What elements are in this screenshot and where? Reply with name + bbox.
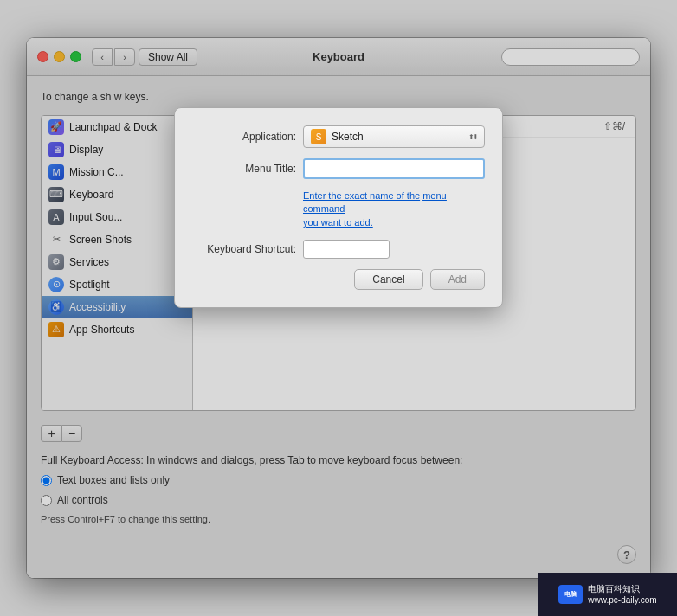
- hint-menu-link: menu: [422, 190, 447, 201]
- hint-text1: Enter the exact name of the: [303, 190, 420, 201]
- menu-title-input[interactable]: [303, 158, 485, 179]
- modal-overlay: Application: S Sketch ⬆⬇ Menu Title: Ent…: [27, 38, 650, 578]
- hint-text2: command: [303, 203, 345, 214]
- select-arrow-icon: ⬆⬇: [468, 133, 477, 141]
- application-label: Application:: [192, 131, 296, 143]
- modal-buttons: Cancel Add: [192, 269, 485, 290]
- keyboard-shortcut-label: Keyboard Shortcut:: [192, 243, 296, 255]
- modal-hint: Enter the exact name of the menu command…: [303, 189, 485, 229]
- keyboard-shortcut-row: Keyboard Shortcut:: [192, 240, 485, 259]
- watermark-logo: 电脑: [558, 585, 583, 604]
- application-value: Sketch: [332, 131, 364, 143]
- keyboard-shortcut-input[interactable]: [303, 240, 390, 259]
- application-row: Application: S Sketch ⬆⬇: [192, 125, 485, 148]
- watermark: 电脑 电脑百科知识 www.pc-daily.com: [538, 573, 677, 616]
- sketch-app-icon: S: [311, 129, 326, 144]
- hint-text3: you want to add.: [303, 217, 373, 228]
- application-select[interactable]: S Sketch ⬆⬇: [303, 125, 485, 148]
- cancel-button[interactable]: Cancel: [354, 269, 422, 290]
- watermark-text: 电脑百科知识 www.pc-daily.com: [588, 583, 656, 606]
- menu-title-label: Menu Title:: [192, 163, 296, 175]
- add-button[interactable]: Add: [430, 269, 485, 290]
- add-shortcut-modal: Application: S Sketch ⬆⬇ Menu Title: Ent…: [174, 107, 503, 308]
- keyboard-preferences-window: ‹ › Show All Keyboard To change a sh w k…: [27, 38, 650, 578]
- menu-title-row: Menu Title:: [192, 158, 485, 179]
